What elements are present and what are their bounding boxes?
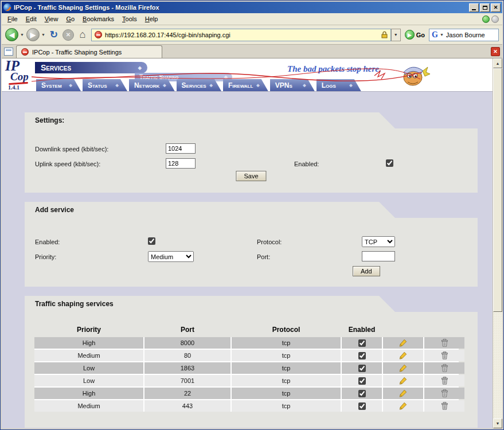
menu-item-help[interactable]: Help — [141, 14, 162, 24]
url-bar[interactable]: https://192.168.20.17:445/cgi-bin/shapin… — [91, 29, 391, 41]
menu-item-view[interactable]: View — [41, 14, 62, 24]
scroll-up-button[interactable]: ▲ — [493, 58, 502, 68]
priority-select[interactable]: Medium — [148, 251, 194, 262]
url-text[interactable]: https://192.168.20.17:445/cgi-bin/shapin… — [105, 32, 378, 38]
nav-tab-firewall[interactable]: Firewall◆ — [223, 79, 268, 91]
maximize-button[interactable] — [480, 3, 490, 12]
nav-tab-logs[interactable]: Logs◆ — [317, 79, 361, 91]
window-title: IPCop - Traffic Shaping Settings - Mozil… — [14, 4, 467, 11]
service-port: 1863 — [144, 362, 230, 374]
page-icon[interactable] — [4, 48, 13, 56]
back-dropdown-icon[interactable]: ▼ — [20, 33, 24, 37]
tab-bar: IPCop - Traffic Shaping Settings ✕ — [2, 45, 502, 58]
nav-tab-network[interactable]: Network◆ — [129, 79, 175, 91]
search-input[interactable]: Jason Bourne — [446, 32, 485, 38]
service-enabled-checkbox[interactable] — [358, 390, 366, 397]
service-enabled-checkbox[interactable] — [358, 377, 366, 385]
update-notification-icon[interactable] — [482, 15, 490, 23]
window-controls: ✕ — [469, 3, 501, 12]
browser-viewport: IP Cop 1.4.1 Services ◆ Traffic Shaping … — [2, 58, 502, 428]
menu-item-edit[interactable]: Edit — [22, 14, 41, 24]
delete-service-button[interactable] — [424, 337, 464, 349]
nav-tab-status[interactable]: Status◆ — [83, 79, 127, 91]
home-button[interactable]: ⌂ — [76, 29, 89, 41]
edit-service-button[interactable] — [383, 388, 423, 399]
service-protocol: tcp — [232, 362, 341, 374]
menu-bar-items: FileEditViewGoBookmarksToolsHelp — [3, 15, 162, 22]
edit-service-button[interactable] — [383, 400, 423, 412]
service-protocol: tcp — [232, 375, 341, 386]
nav-tab-label: Network — [134, 81, 159, 89]
url-history-dropdown-button[interactable]: ▼ — [391, 29, 401, 41]
delete-service-button[interactable] — [424, 388, 464, 399]
edit-service-button[interactable] — [383, 350, 423, 361]
add-enabled-checkbox[interactable] — [148, 237, 155, 245]
column-header-enabled: Enabled — [342, 326, 382, 334]
service-enabled-checkbox[interactable] — [358, 365, 366, 372]
close-window-button[interactable]: ✕ — [491, 3, 501, 12]
add-service-panel-title: Add service — [35, 206, 74, 214]
scrollbar-thumb[interactable] — [493, 68, 502, 312]
nav-tab-system[interactable]: System◆ — [36, 79, 81, 91]
menu-item-bookmarks[interactable]: Bookmarks — [79, 14, 118, 24]
delete-service-button[interactable] — [424, 362, 464, 374]
add-button[interactable]: Add — [353, 266, 380, 276]
service-edit-cell — [383, 362, 423, 374]
service-enabled-checkbox[interactable] — [358, 339, 366, 347]
window-titlebar[interactable]: IPCop - Traffic Shaping Settings - Mozil… — [2, 2, 502, 13]
nav-tab-label: Status — [88, 81, 107, 89]
search-engine-dropdown-icon[interactable]: ▼ — [440, 33, 444, 37]
nav-tab-vpns[interactable]: VPNs◆ — [270, 79, 315, 91]
go-button[interactable]: ▶ Go — [403, 30, 427, 40]
browser-tab[interactable]: IPCop - Traffic Shaping Settings — [16, 45, 162, 58]
save-button[interactable]: Save — [236, 171, 266, 181]
nav-tabs: System◆Status◆Network◆Services◆Firewall◆… — [36, 79, 363, 91]
reload-button[interactable]: ↻ — [48, 29, 60, 41]
downlink-speed-input[interactable] — [166, 143, 196, 154]
nav-tab-label: Logs — [322, 81, 336, 89]
vertical-scrollbar[interactable]: ▲ ▼ — [493, 58, 502, 428]
menu-item-file[interactable]: File — [3, 14, 22, 24]
service-priority: High — [34, 337, 143, 349]
diamond-icon: ◆ — [138, 65, 142, 71]
downlink-speed-label: Downlink speed (kbit/sec): — [35, 146, 108, 153]
firefox-icon — [3, 3, 11, 11]
forward-button[interactable]: ▶ — [26, 28, 40, 41]
delete-service-button[interactable] — [424, 400, 464, 412]
service-enabled-cell — [342, 388, 382, 399]
nav-tab-label: VPNs — [275, 81, 292, 89]
port-input[interactable] — [362, 251, 395, 261]
edit-service-button[interactable] — [383, 337, 423, 349]
service-port: 8000 — [144, 337, 230, 349]
settings-panel-title: Settings: — [35, 116, 64, 124]
service-port: 22 — [144, 388, 230, 399]
edit-service-button[interactable] — [383, 362, 423, 374]
edit-service-button[interactable] — [383, 375, 423, 386]
scroll-down-button[interactable]: ▼ — [493, 419, 502, 428]
uplink-speed-input[interactable] — [166, 158, 196, 169]
service-enabled-cell — [342, 400, 382, 412]
search-box[interactable]: G ▼ Jason Bourne — [429, 29, 499, 41]
section-banner[interactable]: Services ◆ — [35, 62, 147, 73]
menu-item-tools[interactable]: Tools — [118, 14, 141, 24]
stop-button[interactable]: ✕ — [62, 29, 74, 41]
back-button[interactable]: ◀ — [5, 28, 18, 41]
close-tab-button[interactable]: ✕ — [491, 47, 500, 56]
port-label: Port: — [257, 253, 270, 260]
trash-icon — [441, 364, 448, 372]
shaping-enabled-checkbox[interactable] — [386, 159, 393, 167]
service-edit-cell — [383, 350, 423, 361]
service-edit-cell — [383, 400, 423, 412]
minimize-button[interactable] — [469, 3, 479, 12]
delete-service-button[interactable] — [424, 375, 464, 386]
nav-tab-services[interactable]: Services◆ — [177, 79, 221, 91]
delete-service-button[interactable] — [424, 350, 464, 361]
diamond-icon: ◆ — [256, 83, 259, 88]
forward-dropdown-icon[interactable]: ▼ — [41, 33, 45, 37]
service-delete-cell — [424, 362, 464, 374]
service-enabled-checkbox[interactable] — [358, 352, 366, 359]
service-enabled-checkbox[interactable] — [358, 402, 366, 410]
menu-item-go[interactable]: Go — [62, 14, 79, 24]
google-logo-icon[interactable]: G — [432, 30, 438, 40]
protocol-select[interactable]: TCP — [362, 236, 395, 247]
